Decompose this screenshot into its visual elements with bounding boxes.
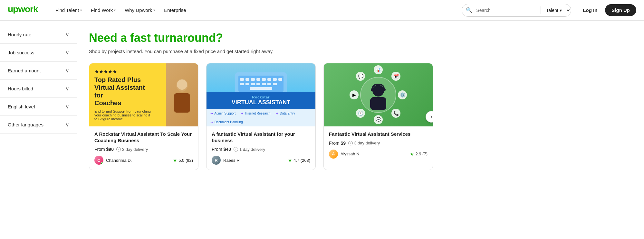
filter-earned-amount[interactable]: Earned amount ∨ xyxy=(0,62,77,80)
svg-rect-24 xyxy=(370,97,386,110)
card-3-image: 📊 📅 ⚙️ 📞 💬 xyxy=(324,63,433,126)
sidebar: Hourly rate ∨ Job success ∨ Earned amoun… xyxy=(0,21,77,239)
rating-1: ★ 5.0 (92) xyxy=(173,158,193,163)
star-icon: ★ xyxy=(410,152,414,157)
nav-why-upwork[interactable]: Why Upwork ▾ xyxy=(120,5,159,15)
card-1-footer: C Chandrima D. ★ 5.0 (92) xyxy=(94,156,193,165)
stars-badge: ★★★★★ xyxy=(94,69,152,75)
filter-hours-billed[interactable]: Hours billed ∨ xyxy=(0,80,77,98)
avatar-1: C xyxy=(94,156,103,165)
svg-text:💬: 💬 xyxy=(376,117,381,123)
rockstar-title: VIRTUAL ASSISTANT xyxy=(212,99,310,106)
card-1-title: A Rockstar Virtual Assistant To Scale Yo… xyxy=(94,131,193,143)
svg-rect-6 xyxy=(240,78,244,81)
chevron-down-icon: ∨ xyxy=(65,104,69,110)
cards-row: ★★★★★ Top Rated PlusVirtual Assistantfor… xyxy=(89,63,632,170)
card-1[interactable]: ★★★★★ Top Rated PlusVirtual Assistantfor… xyxy=(89,63,198,170)
svg-text:📊: 📊 xyxy=(376,67,381,73)
filter-english-level[interactable]: English level ∨ xyxy=(0,98,77,116)
svg-text:💬: 💬 xyxy=(358,74,364,79)
svg-text:🕐: 🕐 xyxy=(358,111,364,116)
card-1-body: A Rockstar Virtual Assistant To Scale Yo… xyxy=(89,126,198,170)
svg-rect-19 xyxy=(267,83,271,85)
card-3-footer: A Alyssah N. ★ 2.9 (7) xyxy=(329,150,428,159)
rockstar-banner: Rockstar VIRTUAL ASSISTANT xyxy=(207,92,315,109)
service-tag-2: ➜ Internet Research xyxy=(241,112,270,115)
filter-job-success[interactable]: Job success ∨ xyxy=(0,44,77,62)
chevron-down-icon: ▾ xyxy=(114,8,116,12)
avatar-2: R xyxy=(212,156,221,165)
card-2[interactable]: Rockstar VIRTUAL ASSISTANT ➜ Admin Suppo… xyxy=(206,63,316,170)
chevron-down-icon: ▾ xyxy=(153,8,155,12)
talent-dropdown[interactable]: Talent ▾ xyxy=(541,7,571,13)
card-2-image: Rockstar VIRTUAL ASSISTANT ➜ Admin Suppo… xyxy=(207,63,315,126)
chevron-down-icon: ∨ xyxy=(65,68,69,74)
svg-rect-8 xyxy=(251,78,255,81)
upwork-logo[interactable]: upwork xyxy=(8,5,41,16)
rockstar-label: Rockstar xyxy=(212,95,310,99)
login-button[interactable]: Log In xyxy=(578,5,602,15)
svg-rect-2 xyxy=(174,93,190,113)
card-1-headline: Top Rated PlusVirtual AssistantforCoache… xyxy=(94,76,152,107)
card-3[interactable]: 📊 📅 ⚙️ 📞 💬 xyxy=(323,63,433,170)
star-icon: ★ xyxy=(173,158,177,163)
search-input[interactable] xyxy=(476,8,541,13)
card-2-price-row: From $40 i 1 day delivery xyxy=(212,147,310,152)
card-2-title: A fantastic Virtual Assistant for your b… xyxy=(212,131,310,143)
va-illustration: 📊 📅 ⚙️ 📞 💬 xyxy=(346,63,410,126)
nav-enterprise[interactable]: Enterprise xyxy=(159,5,190,15)
svg-rect-18 xyxy=(262,83,266,85)
svg-text:📅: 📅 xyxy=(393,74,399,79)
svg-point-23 xyxy=(372,85,384,97)
svg-rect-14 xyxy=(240,83,244,85)
page-body: Hourly rate ∨ Job success ∨ Earned amoun… xyxy=(0,21,644,239)
service-tag-1: ➜ Admin Support xyxy=(210,112,235,115)
chevron-down-icon: ∨ xyxy=(65,32,69,38)
online-indicator xyxy=(101,162,103,165)
svg-text:⚙️: ⚙️ xyxy=(400,92,406,98)
svg-rect-17 xyxy=(256,83,260,85)
card-1-sub: End to End Support from Launching your c… xyxy=(94,109,152,121)
rating-2: ★ 4.7 (263) xyxy=(288,158,310,163)
info-icon: i xyxy=(234,147,238,152)
signup-button[interactable]: Sign Up xyxy=(605,4,636,16)
nav-links: Find Talent ▾ Find Work ▾ Why Upwork ▾ E… xyxy=(51,5,191,15)
info-icon: i xyxy=(348,141,353,145)
card-3-price: From $9 xyxy=(329,141,346,146)
chevron-down-icon: ∨ xyxy=(65,50,69,56)
svg-rect-9 xyxy=(256,78,260,81)
nav-find-work[interactable]: Find Work ▾ xyxy=(86,5,120,15)
filter-other-languages[interactable]: Other languages ∨ xyxy=(0,116,77,134)
card-1-photo xyxy=(166,63,198,126)
freelancer-2-name: Raees R. xyxy=(223,158,285,163)
card-3-price-row: From $9 i 3 day delivery xyxy=(329,141,428,146)
card-1-delivery: i 3 day delivery xyxy=(116,147,148,152)
card-1-text: ★★★★★ Top Rated PlusVirtual Assistantfor… xyxy=(94,69,152,121)
svg-point-26 xyxy=(382,88,386,91)
card-2-price: From $40 xyxy=(212,147,231,152)
chevron-down-icon: ▾ xyxy=(80,8,82,12)
svg-text:▶: ▶ xyxy=(352,92,356,97)
svg-rect-15 xyxy=(245,83,249,85)
search-icon: 🔍 xyxy=(462,7,476,13)
filter-hourly-rate[interactable]: Hourly rate ∨ xyxy=(0,26,77,44)
card-1-price: From $90 xyxy=(94,147,114,152)
svg-point-3 xyxy=(177,79,187,90)
services-row: ➜ Admin Support ➜ Internet Research ➜ Da… xyxy=(207,109,315,126)
nav-find-talent[interactable]: Find Talent ▾ xyxy=(51,5,86,15)
rating-3: ★ 2.9 (7) xyxy=(410,152,428,157)
avatar-3: A xyxy=(329,150,338,159)
svg-rect-21 xyxy=(250,87,272,90)
card-2-footer: R Raees R. ★ 4.7 (263) xyxy=(212,156,310,165)
card-3-body: Fantastic Virtual Assistant Services Fro… xyxy=(324,126,433,164)
svg-rect-7 xyxy=(245,78,249,81)
chevron-down-icon: ∨ xyxy=(65,122,69,128)
navbar: upwork Find Talent ▾ Find Work ▾ Why Upw… xyxy=(0,0,644,21)
service-tag-4: ➜ Document Handling xyxy=(210,120,243,124)
search-bar: 🔍 Talent ▾ xyxy=(462,4,571,17)
svg-point-25 xyxy=(371,88,374,91)
svg-rect-10 xyxy=(262,78,266,81)
card-2-body: A fantastic Virtual Assistant for your b… xyxy=(207,126,315,170)
service-tag-3: ➜ Data Entry xyxy=(276,112,295,115)
freelancer-3-name: Alyssah N. xyxy=(341,152,407,156)
